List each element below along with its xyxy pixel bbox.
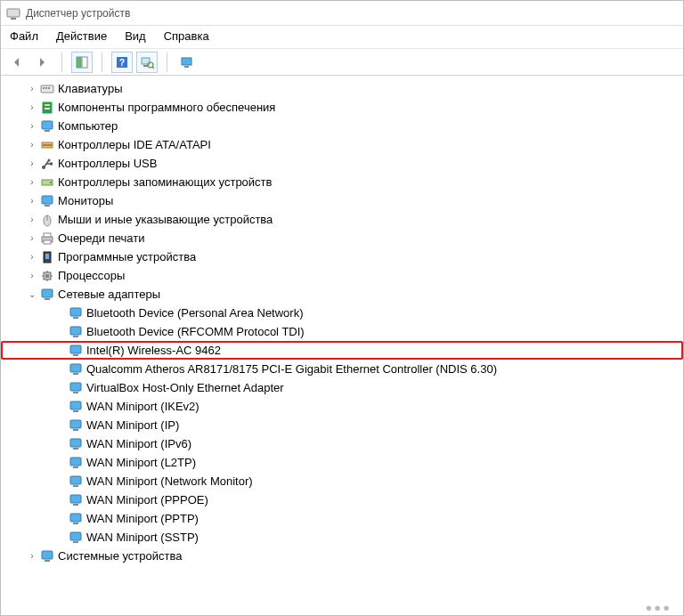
svg-rect-2 — [77, 57, 81, 68]
help-button[interactable]: ? — [111, 52, 133, 73]
monitor-icon — [40, 194, 54, 208]
category-label: Клавиатуры — [58, 82, 123, 95]
svg-rect-14 — [45, 87, 47, 89]
tree-device-item[interactable]: VirtualBox Host-Only Ethernet Adapter — [1, 378, 683, 397]
svg-rect-38 — [45, 274, 49, 278]
window-title: Диспетчер устройств — [26, 7, 130, 20]
tree-device-item[interactable]: Bluetooth Device (RFCOMM Protocol TDI) — [1, 322, 683, 341]
svg-rect-44 — [45, 298, 50, 300]
tree-device-item[interactable]: WAN Miniport (PPPOE) — [1, 490, 683, 509]
svg-rect-59 — [70, 439, 81, 447]
printer-icon — [40, 231, 54, 246]
tree-device-item[interactable]: WAN Miniport (SSTP) — [1, 528, 683, 547]
network-adapter-icon — [69, 418, 83, 433]
svg-rect-45 — [70, 308, 81, 316]
resize-grip-icon: ●●● — [645, 601, 672, 614]
svg-rect-67 — [70, 514, 81, 522]
chevron-right-icon[interactable]: › — [26, 252, 38, 262]
tree-device-item[interactable]: WAN Miniport (Network Monitor) — [1, 472, 683, 490]
tree-device-item[interactable]: WAN Miniport (IP) — [1, 416, 683, 434]
category-label: Мыши и иные указывающие устройства — [58, 213, 273, 226]
show-hide-tree-button[interactable] — [71, 52, 93, 73]
device-label: WAN Miniport (PPTP) — [86, 512, 199, 525]
menu-action[interactable]: Действие — [56, 29, 107, 43]
chevron-right-icon[interactable]: › — [26, 215, 38, 224]
network-adapter-icon — [69, 512, 83, 526]
svg-rect-53 — [70, 383, 81, 391]
update-driver-button[interactable] — [176, 52, 198, 73]
tree-device-item[interactable]: Intel(R) Wireless-AC 9462 — [1, 341, 683, 360]
tree-category-storage[interactable]: ›Контроллеры запоминающих устройств — [1, 173, 683, 191]
category-label: Контроллеры IDE ATA/ATAPI — [58, 138, 211, 151]
device-label: Bluetooth Device (RFCOMM Protocol TDI) — [86, 325, 305, 338]
tree-device-item[interactable]: WAN Miniport (IPv6) — [1, 434, 683, 453]
tree-category-software-devices[interactable]: ›Программные устройства — [1, 247, 683, 266]
tree-device-item[interactable]: WAN Miniport (L2TP) — [1, 453, 683, 472]
tree-category-network-adapters[interactable]: ⌄Сетевые адаптеры — [1, 285, 683, 304]
tree-category-keyboards[interactable]: ›Клавиатуры — [1, 79, 683, 98]
tree-category-ide-ata[interactable]: ›Контроллеры IDE ATA/ATAPI — [1, 135, 683, 154]
chevron-right-icon[interactable]: › — [26, 102, 38, 112]
mouse-icon — [40, 213, 54, 227]
device-tree[interactable]: ›Клавиатуры›Компоненты программного обес… — [1, 76, 683, 612]
tree-device-item[interactable]: Qualcomm Atheros AR8171/8175 PCI-E Gigab… — [1, 360, 683, 378]
back-button[interactable] — [6, 52, 28, 73]
title-bar: Диспетчер устройств — [1, 1, 683, 26]
scan-hardware-button[interactable] — [136, 52, 158, 73]
chevron-right-icon[interactable]: › — [26, 196, 38, 206]
tree-category-processors[interactable]: ›Процессоры — [1, 266, 683, 285]
tree-device-item[interactable]: WAN Miniport (IKEv2) — [1, 397, 683, 416]
chevron-right-icon[interactable]: › — [26, 158, 38, 168]
tree-category-monitors[interactable]: ›Мониторы — [1, 191, 683, 210]
tree-category-print-queues[interactable]: ›Очереди печати — [1, 229, 683, 247]
network-adapter-icon — [69, 306, 83, 320]
svg-rect-50 — [73, 354, 78, 356]
device-label: WAN Miniport (SSTP) — [86, 531, 199, 544]
chevron-right-icon[interactable]: › — [26, 177, 38, 187]
svg-rect-65 — [70, 495, 81, 503]
svg-rect-68 — [73, 523, 78, 524]
category-label: Программные устройства — [58, 250, 196, 263]
tree-category-system-devices[interactable]: ›Системные устройства — [1, 547, 683, 565]
svg-rect-43 — [42, 289, 53, 297]
category-label: Контроллеры USB — [58, 157, 157, 170]
svg-rect-64 — [73, 485, 78, 487]
tree-category-usb[interactable]: ›Контроллеры USB — [1, 154, 683, 173]
svg-rect-17 — [45, 104, 50, 106]
chevron-right-icon[interactable]: › — [26, 121, 38, 131]
device-label: VirtualBox Host-Only Ethernet Adapter — [86, 381, 284, 394]
chevron-right-icon[interactable]: › — [26, 233, 38, 243]
svg-point-27 — [50, 182, 52, 183]
chevron-right-icon[interactable]: › — [26, 551, 38, 561]
network-adapter-icon — [69, 362, 83, 377]
svg-rect-3 — [82, 57, 87, 68]
tree-category-software-components[interactable]: ›Компоненты программного обеспечения — [1, 98, 683, 117]
svg-rect-48 — [73, 336, 78, 337]
forward-button[interactable] — [31, 52, 53, 73]
svg-rect-56 — [73, 410, 78, 412]
chevron-down-icon[interactable]: ⌄ — [26, 289, 38, 299]
svg-rect-69 — [70, 532, 81, 540]
tree-category-computer[interactable]: ›Компьютер — [1, 117, 683, 135]
svg-rect-72 — [45, 560, 50, 562]
menu-file[interactable]: Файл — [10, 29, 38, 43]
storage-icon — [40, 175, 54, 190]
chevron-right-icon[interactable]: › — [26, 140, 38, 150]
menu-help[interactable]: Справка — [164, 29, 209, 43]
tree-category-mice[interactable]: ›Мыши и иные указывающие устройства — [1, 210, 683, 229]
svg-rect-0 — [7, 9, 20, 17]
chevron-right-icon[interactable]: › — [26, 84, 38, 93]
menu-bar: Файл Действие Вид Справка — [1, 26, 683, 49]
category-label: Системные устройства — [58, 549, 182, 563]
cpu-icon — [40, 269, 54, 283]
svg-rect-15 — [48, 87, 50, 89]
device-label: Bluetooth Device (Personal Area Network) — [86, 306, 304, 320]
network-icon — [40, 288, 54, 302]
tree-device-item[interactable]: WAN Miniport (PPTP) — [1, 509, 683, 528]
svg-rect-62 — [73, 466, 78, 468]
chevron-right-icon[interactable]: › — [26, 271, 38, 280]
tree-device-item[interactable]: Bluetooth Device (Personal Area Network) — [1, 304, 683, 322]
category-label: Компоненты программного обеспечения — [58, 101, 275, 114]
svg-point-24 — [48, 158, 51, 161]
menu-view[interactable]: Вид — [125, 29, 146, 43]
